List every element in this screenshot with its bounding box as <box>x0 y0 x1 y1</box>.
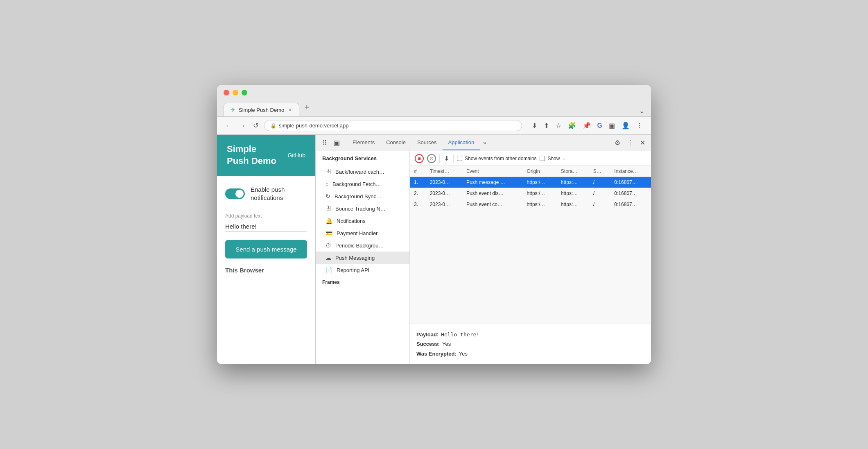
row2-instance: 0:16867… <box>610 188 651 199</box>
devtools-close-btn[interactable]: ✕ <box>637 136 648 149</box>
row1-s: / <box>589 177 610 188</box>
clear-btn[interactable]: ⊘ <box>427 154 436 163</box>
tab-console[interactable]: Console <box>380 135 411 150</box>
sidebar-item-backforward[interactable]: 🗄 Back/forward cach… <box>316 166 409 178</box>
show-label[interactable]: Show ... <box>540 156 565 161</box>
sidebar-item-periodic[interactable]: ⏱ Periodic Backgrou… <box>316 239 409 252</box>
row3-timestamp: 2023-0… <box>426 199 462 210</box>
push-icon: ☁ <box>326 254 331 261</box>
back-button[interactable]: ← <box>224 120 233 131</box>
row3-num: 3. <box>410 199 426 210</box>
sidebar-item-reporting[interactable]: 📄 Reporting API <box>316 264 409 276</box>
events-table-wrap: # Timest… Event Origin Stora… S… Instanc… <box>410 166 651 324</box>
browser-toolbar-icons: ⬇ ⬆ ☆ 🧩 📌 G ▣ 👤 ⋮ <box>530 120 644 131</box>
event-row-2[interactable]: 2. 2023-0… Push event dis… https:/… http… <box>410 188 651 199</box>
export-btn[interactable]: ⬇ <box>443 154 450 163</box>
more-menu-btn[interactable]: ⋮ <box>635 120 644 131</box>
active-tab[interactable]: ✈ Simple Push Demo × <box>224 103 299 116</box>
row1-timestamp: 2023-0… <box>426 177 462 188</box>
sidebar-item-label-bgsync: Background Sync… <box>335 193 382 200</box>
background-services-title: Background Services <box>316 151 409 166</box>
devtools-tab-separator <box>345 138 345 148</box>
tab-elements[interactable]: Elements <box>347 135 380 150</box>
toggle-label: Enable pushnotifications <box>251 186 285 202</box>
layout-icon-btn[interactable]: ▣ <box>607 120 617 131</box>
sidebar-item-label-reporting: Reporting API <box>337 267 369 273</box>
browser-window: ✈ Simple Push Demo × + ⌄ ← → ↺ 🔒 simple-… <box>217 85 651 364</box>
devtools-settings-btn[interactable]: ⚙ <box>612 136 623 149</box>
row1-event: Push message … <box>462 177 523 188</box>
forward-button[interactable]: → <box>237 120 247 131</box>
col-s: S… <box>589 166 610 177</box>
event-row-3[interactable]: 3. 2023-0… Push event co… https:/… https… <box>410 199 651 210</box>
show-other-domains-checkbox[interactable] <box>457 156 462 161</box>
profile-icon-btn[interactable]: 👤 <box>620 120 631 131</box>
new-tab-button[interactable]: + <box>301 100 312 116</box>
payload-key: Payload: <box>416 330 439 339</box>
minimize-button[interactable] <box>233 90 238 95</box>
payload-input[interactable] <box>225 221 307 232</box>
sidebar-item-bounce[interactable]: 🗄 Bounce Tracking N… <box>316 202 409 215</box>
row3-s: / <box>589 199 610 210</box>
show-other-domains-label[interactable]: Show events from other domains <box>457 156 536 161</box>
devtools-select-icon[interactable]: ⠿ <box>319 135 330 151</box>
tab-close-button[interactable]: × <box>287 107 292 113</box>
show-other-domains-text: Show events from other domains <box>465 156 536 161</box>
address-bar-input[interactable]: 🔒 simple-push-demo.vercel.app <box>264 120 522 131</box>
tab-more-button[interactable]: » <box>480 136 489 150</box>
tab-dropdown-button[interactable]: ⌄ <box>639 107 644 115</box>
row2-timestamp: 2023-0… <box>426 188 462 199</box>
toolbar-separator-2 <box>453 154 454 163</box>
notifications-icon: 🔔 <box>326 218 332 224</box>
sidebar-item-bgsync[interactable]: ↻ Background Sync… <box>316 190 409 202</box>
tab-sources[interactable]: Sources <box>411 135 443 150</box>
maximize-button[interactable] <box>242 90 247 95</box>
success-val: Yes <box>442 339 451 349</box>
sidebar-item-payment[interactable]: 💳 Payment Handler <box>316 227 409 239</box>
sidebar-item-bgfetch[interactable]: ↕ Background Fetch… <box>316 178 409 190</box>
toolbar-separator <box>439 154 440 163</box>
tab-application[interactable]: Application <box>443 135 480 150</box>
site-title: SimplePush Demo <box>227 143 276 167</box>
pin-icon-btn[interactable]: 📌 <box>581 120 592 131</box>
sidebar-item-notifications[interactable]: 🔔 Notifications <box>316 215 409 227</box>
payload-val: Hello there! <box>441 330 479 339</box>
row3-origin: https:/… <box>523 199 557 210</box>
row3-instance: 0:16867… <box>610 199 651 210</box>
sidebar-item-push-messaging[interactable]: ☁ Push Messaging <box>316 252 409 264</box>
share-icon-btn[interactable]: ⬆ <box>542 120 551 131</box>
devtools-main: ■ ⊘ ⬇ Show events from other domains Sho… <box>410 151 651 364</box>
devtools-events-toolbar: ■ ⊘ ⬇ Show events from other domains Sho… <box>410 151 651 166</box>
row1-num: 1. <box>410 177 426 188</box>
lock-icon: 🔒 <box>270 123 276 129</box>
backforward-icon: 🗄 <box>326 168 331 175</box>
site-body: Enable pushnotifications Add payload tex… <box>217 176 315 283</box>
url-text: simple-push-demo.vercel.app <box>279 122 516 129</box>
website-panel: SimplePush Demo GitHub Enable pushnotifi… <box>217 135 315 364</box>
github-link[interactable]: GitHub <box>287 152 305 159</box>
refresh-button[interactable]: ↺ <box>251 120 260 131</box>
event-row-1[interactable]: 1. 2023-0… Push message … https:/… https… <box>410 177 651 188</box>
send-push-button[interactable]: Send a push message <box>225 240 307 259</box>
address-bar: ← → ↺ 🔒 simple-push-demo.vercel.app ⬇ ⬆ … <box>217 117 651 135</box>
devtools-more-btn[interactable]: ⋮ <box>624 136 636 149</box>
record-stop-btn[interactable]: ■ <box>415 154 424 163</box>
detail-success-row: Success: Yes <box>416 339 644 349</box>
devtools-responsive-icon[interactable]: ▣ <box>330 135 343 151</box>
push-toggle[interactable] <box>225 188 245 199</box>
col-timestamp: Timest… <box>426 166 462 177</box>
toggle-row: Enable pushnotifications <box>225 186 307 202</box>
devtools-panel: ⠿ ▣ Elements Console Sources Application… <box>315 135 651 364</box>
google-icon-btn[interactable]: G <box>596 120 604 131</box>
close-button[interactable] <box>224 90 229 95</box>
bgfetch-icon: ↕ <box>326 181 328 187</box>
tab-title: Simple Push Demo <box>239 107 284 113</box>
toggle-knob <box>235 190 244 198</box>
devtools-body: Background Services 🗄 Back/forward cach…… <box>316 151 651 364</box>
extensions-icon-btn[interactable]: 🧩 <box>566 120 578 131</box>
download-icon-btn[interactable]: ⬇ <box>530 120 539 131</box>
window-controls <box>224 90 644 95</box>
row1-storage: https:… <box>557 177 589 188</box>
show-checkbox[interactable] <box>540 156 545 161</box>
bookmark-icon-btn[interactable]: ☆ <box>554 120 563 131</box>
